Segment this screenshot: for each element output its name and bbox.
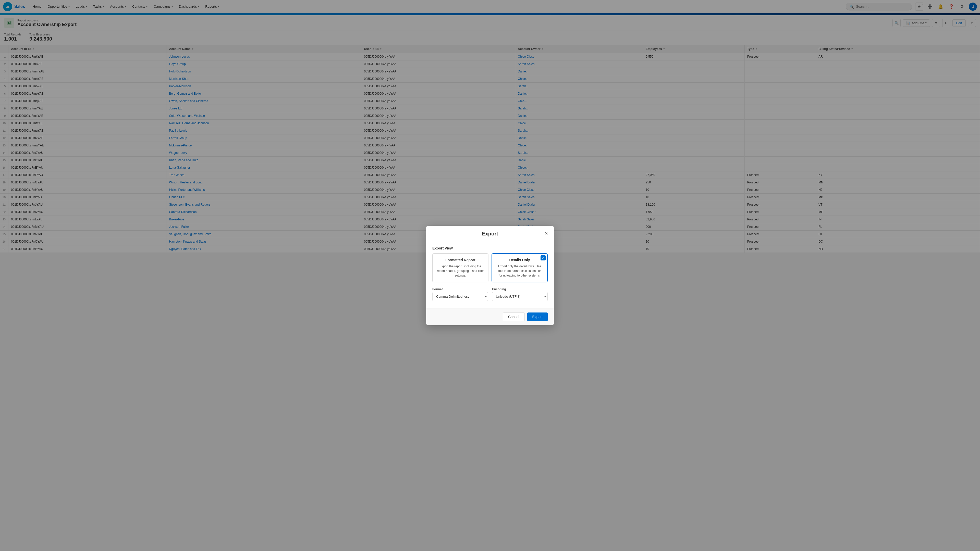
export-modal: Export ✕ Export View Formatted Report Ex… bbox=[426, 226, 554, 253]
modal-body: Export View Formatted Report Export the … bbox=[426, 241, 554, 253]
modal-header: Export ✕ bbox=[426, 226, 554, 241]
export-view-label: Export View bbox=[432, 246, 548, 250]
modal-close-button[interactable]: ✕ bbox=[542, 230, 550, 237]
modal-title: Export bbox=[432, 231, 548, 237]
modal-overlay: Export ✕ Export View Formatted Report Ex… bbox=[0, 0, 980, 253]
